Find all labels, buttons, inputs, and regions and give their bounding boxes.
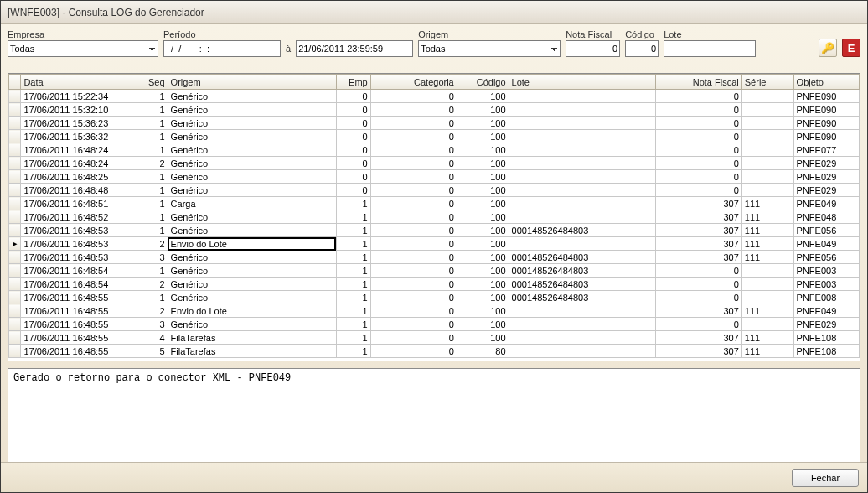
cell-objeto[interactable]: PNFE090 [793,117,859,130]
col-header-origem[interactable]: Origem [168,75,336,90]
cell-serie[interactable] [741,143,793,157]
table-row[interactable]: 17/06/2011 16:48:533Genérico101000001485… [9,251,860,264]
cell-seq[interactable]: 1 [142,184,168,197]
table-row[interactable]: 17/06/2011 15:36:231Genérico001000PNFE09… [9,117,860,130]
cell-objeto[interactable]: PNFE049 [793,304,859,318]
col-header-data[interactable]: Data [21,75,142,90]
cell-categoria[interactable]: 0 [370,170,457,184]
cell-seq[interactable]: 1 [142,224,168,237]
cell-origem[interactable]: Genérico [168,117,336,130]
cell-origem[interactable]: Genérico [168,224,336,237]
cell-objeto[interactable]: PNFE108 [793,345,859,358]
cell-codigo[interactable]: 100 [457,157,509,170]
cell-nf[interactable]: 0 [655,130,741,143]
cell-emp[interactable]: 0 [336,117,370,130]
cell-origem[interactable]: Genérico [168,143,336,157]
cell-nf[interactable]: 307 [655,224,741,237]
cell-serie[interactable] [741,291,793,304]
cell-lote[interactable]: 000148526484803 [509,264,655,278]
cell-emp[interactable]: 1 [336,345,370,358]
col-header-emp[interactable]: Emp [336,75,370,90]
cell-objeto[interactable]: PNFE029 [793,170,859,184]
cell-serie[interactable] [741,170,793,184]
cell-seq[interactable]: 4 [142,331,168,345]
cell-lote[interactable] [509,184,655,197]
cell-data[interactable]: 17/06/2011 16:48:53 [21,237,142,251]
table-row[interactable]: 17/06/2011 15:22:341Genérico001000PNFE09… [9,90,860,103]
cell-emp[interactable]: 0 [336,130,370,143]
cell-lote[interactable] [509,117,655,130]
cell-lote[interactable] [509,170,655,184]
cell-serie[interactable]: 111 [741,331,793,345]
cell-nf[interactable]: 0 [655,184,741,197]
cell-origem[interactable]: Genérico [168,264,336,278]
cell-data[interactable]: 17/06/2011 16:48:24 [21,157,142,170]
cell-data[interactable]: 17/06/2011 16:48:51 [21,197,142,210]
cell-objeto[interactable]: PNFE090 [793,90,859,103]
cell-data[interactable]: 17/06/2011 16:48:55 [21,331,142,345]
cell-codigo[interactable]: 100 [457,224,509,237]
cell-emp[interactable]: 1 [336,331,370,345]
cell-codigo[interactable]: 100 [457,278,509,291]
cell-lote[interactable] [509,103,655,117]
cell-serie[interactable]: 111 [741,210,793,224]
cell-objeto[interactable]: PNFE090 [793,103,859,117]
cell-objeto[interactable]: PNFE077 [793,143,859,157]
cell-seq[interactable]: 2 [142,157,168,170]
col-header-codigo[interactable]: Código [457,75,509,90]
cell-serie[interactable] [741,157,793,170]
cell-objeto[interactable]: PNFE090 [793,130,859,143]
cell-data[interactable]: 17/06/2011 15:22:34 [21,90,142,103]
cell-seq[interactable]: 1 [142,103,168,117]
cell-categoria[interactable]: 0 [370,184,457,197]
cell-emp[interactable]: 1 [336,264,370,278]
cell-categoria[interactable]: 0 [370,291,457,304]
cell-codigo[interactable]: 100 [457,237,509,251]
cell-serie[interactable] [741,318,793,331]
cell-seq[interactable]: 1 [142,210,168,224]
table-row[interactable]: 17/06/2011 16:48:251Genérico001000PNFE02… [9,170,860,184]
cell-serie[interactable] [741,103,793,117]
periodo-to-input[interactable] [296,40,413,57]
cell-nf[interactable]: 307 [655,237,741,251]
cell-nf[interactable]: 0 [655,170,741,184]
table-row[interactable]: 17/06/2011 16:48:481Genérico001000PNFE02… [9,184,860,197]
periodo-from-input[interactable] [163,40,281,57]
cell-categoria[interactable]: 0 [370,237,457,251]
cell-categoria[interactable]: 0 [370,331,457,345]
table-row[interactable]: 17/06/2011 16:48:541Genérico101000001485… [9,264,860,278]
cell-codigo[interactable]: 100 [457,331,509,345]
cell-emp[interactable]: 0 [336,143,370,157]
cell-nf[interactable]: 307 [655,197,741,210]
cell-lote[interactable]: 000148526484803 [509,291,655,304]
cell-seq[interactable]: 1 [142,130,168,143]
origem-combo[interactable]: Todas [418,40,561,57]
cell-categoria[interactable]: 0 [370,251,457,264]
cell-codigo[interactable]: 100 [457,90,509,103]
cell-objeto[interactable]: PNFE056 [793,224,859,237]
cell-codigo[interactable]: 100 [457,170,509,184]
cell-nf[interactable]: 0 [655,291,741,304]
cell-codigo[interactable]: 100 [457,318,509,331]
lote-input[interactable] [664,40,756,57]
cell-emp[interactable]: 1 [336,237,370,251]
cell-seq[interactable]: 3 [142,251,168,264]
cell-nf[interactable]: 307 [655,304,741,318]
cell-seq[interactable]: 1 [142,143,168,157]
cell-seq[interactable]: 1 [142,264,168,278]
cell-serie[interactable] [741,184,793,197]
cell-serie[interactable]: 111 [741,237,793,251]
cell-emp[interactable]: 0 [336,103,370,117]
cell-nf[interactable]: 0 [655,157,741,170]
cell-categoria[interactable]: 0 [370,157,457,170]
cell-emp[interactable]: 0 [336,90,370,103]
cell-codigo[interactable]: 100 [457,184,509,197]
cell-categoria[interactable]: 0 [370,143,457,157]
col-header-nf[interactable]: Nota Fiscal [655,75,741,90]
cell-serie[interactable]: 111 [741,251,793,264]
log-grid[interactable]: DataSeqOrigemEmpCategoriaCódigoLoteNota … [8,73,860,361]
table-row[interactable]: 17/06/2011 15:32:101Genérico001000PNFE09… [9,103,860,117]
cell-serie[interactable] [741,264,793,278]
cell-objeto[interactable]: PNFE008 [793,291,859,304]
cell-categoria[interactable]: 0 [370,117,457,130]
